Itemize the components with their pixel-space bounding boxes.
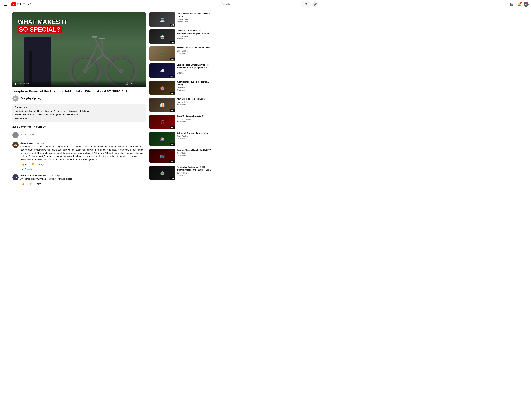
logo-icon bbox=[11, 2, 16, 6]
sidebar-item[interactable]: 👔 3:46 Alan Shore on Homosexuality Lan T… bbox=[149, 98, 211, 112]
duration-badge: 1:09 bbox=[170, 177, 175, 180]
comment-input[interactable] bbox=[20, 132, 146, 137]
header-center: 🎤 bbox=[31, 1, 506, 7]
sidebar-item[interactable]: 🪖 5:53 Jarhead: Welcome to Marine Corps … bbox=[149, 46, 211, 61]
studio-button[interactable]: 🎬 bbox=[509, 1, 515, 7]
comment-author[interactable]: Siggy Nowak bbox=[20, 142, 33, 144]
sidebar-channel-name: Created Tech bbox=[177, 19, 211, 21]
duration-badge: 3:46 bbox=[170, 92, 175, 94]
description-box: 2 years ago In this video I share all I … bbox=[12, 104, 146, 122]
sidebar-channel-name: Guitar Center bbox=[177, 36, 211, 38]
comment-dislike-button[interactable]: 👎 bbox=[28, 182, 33, 185]
sidebar-channel-name: Flashback FM bbox=[177, 87, 211, 89]
mic-button[interactable]: 🎤 bbox=[312, 1, 318, 7]
comment-like-button[interactable]: 👍 0 bbox=[20, 182, 27, 185]
sidebar-video-info: Alan Shore on Homosexuality Lan Tarryk K… bbox=[177, 98, 211, 112]
avatar-initial: U bbox=[525, 3, 527, 6]
fullscreen-button[interactable]: ⛶ bbox=[135, 82, 139, 86]
sidebar-video-info: Jarhead: Welcome to Marine Corps Binge S… bbox=[177, 46, 211, 61]
sidebar-video-info: Just upgraded (Ending) | Terminator Geni… bbox=[177, 80, 211, 95]
channel-avatar-initial: EC bbox=[14, 97, 17, 100]
sidebar-video-title: Just upgraded (Ending) | Terminator Geni… bbox=[177, 80, 211, 86]
comment-avatar: SN bbox=[12, 142, 19, 148]
sidebar-thumbnail: 📺 10:04 bbox=[149, 149, 175, 163]
comments-section: 2881 Comments ≡ SORT BY SN Siggy Nowak 1… bbox=[12, 125, 146, 185]
comment-reply-button[interactable]: Reply bbox=[34, 182, 43, 185]
svg-line-20 bbox=[75, 60, 85, 71]
comment-reply-button[interactable]: Reply bbox=[36, 163, 46, 166]
comment-author[interactable]: Bjorn Andreas Bull-Hansen bbox=[20, 174, 47, 177]
svg-line-31 bbox=[110, 71, 121, 81]
sidebar-thumbnail: 🎵 4:23 bbox=[149, 115, 175, 129]
replies-toggle-button[interactable]: ▼ 6 replies bbox=[20, 167, 35, 171]
sidebar-item[interactable]: 🤖 1:09 Terminator Resistance - T-800 Inf… bbox=[149, 166, 211, 180]
comment-dislike-button[interactable]: 👎 bbox=[30, 163, 35, 166]
comment-actions: 👍 401 👎 Reply bbox=[20, 163, 146, 166]
notifications-button[interactable]: 🔔 2 bbox=[516, 1, 522, 7]
channel-name[interactable]: Everyday Cycling bbox=[20, 97, 41, 100]
logo-text: FakeTubePL bbox=[17, 2, 31, 6]
comment-time: 4 months ago bbox=[48, 175, 60, 177]
sort-button[interactable]: ≡ SORT BY bbox=[34, 126, 46, 128]
sidebar-thumbnail: 🕵️ 3:09 bbox=[149, 132, 175, 146]
sidebar-video-title: Collateral: Unwanted partnership bbox=[177, 132, 211, 135]
svg-line-1 bbox=[307, 5, 307, 5]
thumbs-down-icon: 👎 bbox=[31, 163, 34, 165]
duration-badge: 5:53 bbox=[170, 58, 175, 60]
sidebar-thumbnail: ☁️ 99:39 bbox=[149, 63, 175, 78]
sidebar-video-meta: 6 years ago bbox=[177, 103, 211, 105]
more-options-button[interactable]: ⋮ bbox=[140, 82, 144, 86]
comment-body: Siggy Nowak 1 year ago Our Bromptons are… bbox=[20, 142, 146, 171]
svg-line-23 bbox=[75, 71, 85, 81]
description-text-2: My Favorite Brompton Accessories: https:… bbox=[15, 113, 143, 116]
sidebar-item[interactable]: 🕵️ 3:09 Collateral: Unwanted partnership… bbox=[149, 132, 211, 146]
header-right: 🎬 🔔 2 U bbox=[509, 1, 529, 7]
channel-avatar[interactable]: EC bbox=[12, 95, 19, 102]
svg-line-14 bbox=[95, 38, 98, 44]
sidebar-video-meta: 3 years ago bbox=[177, 38, 211, 40]
settings-button[interactable]: ⚙ bbox=[130, 82, 134, 86]
sidebar-item[interactable]: ☁️ 99:39 Blaski i cienie Lambdy, czyli p… bbox=[149, 63, 211, 78]
channel-row: EC Everyday Cycling bbox=[12, 95, 146, 102]
main-container: WHAT MAKES IT SO SPECIAL? bbox=[0, 9, 279, 189]
sidebar-video-info: Roland V-Drums TD-27KV Electronic Drum K… bbox=[177, 30, 211, 44]
sidebar-item[interactable]: 💻 8:11 The M2 MacBook Air is in SERIOUS … bbox=[149, 12, 211, 27]
add-comment-row bbox=[12, 132, 146, 138]
sidebar-thumbnail: 👔 3:46 bbox=[149, 98, 175, 112]
video-section: WHAT MAKES IT SO SPECIAL? bbox=[12, 12, 146, 189]
sidebar-video-info: Terminator Resistance - T-800 Infiltrato… bbox=[177, 166, 211, 180]
description-text-1: In this video I share all I know about t… bbox=[15, 110, 143, 113]
sidebar-channel-name: Binge Society bbox=[177, 50, 211, 52]
sidebar-item[interactable]: 🥁 7:01 Roland V-Drums TD-27KV Electronic… bbox=[149, 30, 211, 44]
svg-line-30 bbox=[121, 71, 132, 81]
sidebar-video-title: Terminator Resistance - T-800 Infiltrato… bbox=[177, 166, 211, 171]
duration-badge: 3:46 bbox=[170, 109, 175, 111]
comments-count: 2881 Comments bbox=[12, 125, 31, 128]
avatar[interactable]: U bbox=[524, 2, 529, 7]
sidebar-thumbnail: 💻 8:11 bbox=[149, 12, 175, 27]
sidebar-thumbnail: 🥁 7:01 bbox=[149, 30, 175, 44]
volume-button[interactable]: 🔊 bbox=[125, 82, 129, 86]
sidebar: 💻 8:11 The M2 MacBook Air is in SERIOUS … bbox=[149, 12, 211, 189]
sort-icon: ≡ bbox=[34, 126, 35, 128]
search-button[interactable] bbox=[301, 1, 311, 7]
logo[interactable]: FakeTubePL bbox=[11, 2, 31, 6]
video-title: Long-term Review of the Brompton folding… bbox=[12, 89, 146, 93]
sidebar-video-meta: 7 months ago bbox=[177, 21, 211, 23]
sidebar-video-meta: 1 year ago bbox=[177, 137, 211, 139]
sidebar-video-meta: 2 years ago bbox=[177, 52, 211, 54]
sidebar-video-info: The M2 MacBook Air is in SERIOUS Trouble… bbox=[177, 12, 211, 27]
sidebar-video-meta: 8 years ago bbox=[177, 120, 211, 122]
sidebar-item[interactable]: 📺 10:04 Scariest Things Caught On LIVE T… bbox=[149, 149, 211, 163]
sidebar-video-info: Collateral: Unwanted partnership Binge S… bbox=[177, 132, 211, 146]
sidebar-item[interactable]: 🎵 4:23 Don't Cry (spanish version) Arman… bbox=[149, 115, 211, 129]
comment-like-button[interactable]: 👍 401 bbox=[20, 163, 30, 166]
sidebar-video-meta: 2 years ago bbox=[177, 154, 211, 156]
sidebar-item[interactable]: 🤖 3:46 Just upgraded (Ending) | Terminat… bbox=[149, 80, 211, 95]
play-button[interactable]: ▶ bbox=[14, 81, 18, 86]
show-more-button[interactable]: Show more bbox=[15, 117, 27, 120]
video-player[interactable]: WHAT MAKES IT SO SPECIAL? bbox=[12, 12, 146, 87]
duration-badge: 8:11 bbox=[170, 24, 175, 26]
hamburger-button[interactable] bbox=[2, 1, 9, 7]
search-input[interactable] bbox=[219, 1, 301, 7]
